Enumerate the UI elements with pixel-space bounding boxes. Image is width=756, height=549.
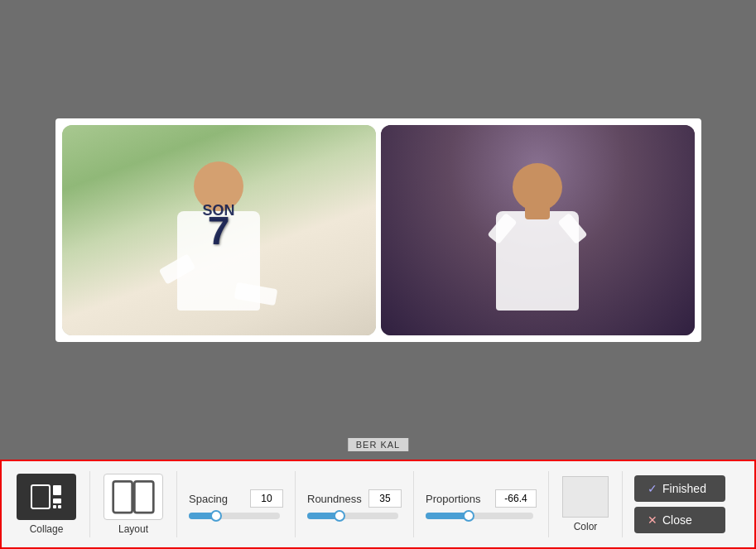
spacing-section: Spacing 10	[182, 489, 290, 519]
close-x-icon: ✕	[648, 513, 657, 527]
svg-rect-0	[31, 485, 50, 508]
finished-label: Finished	[662, 482, 706, 495]
photo-slot-right[interactable]	[381, 125, 695, 335]
spacing-track[interactable]	[189, 513, 280, 519]
color-swatch[interactable]	[562, 476, 609, 518]
divider-1	[89, 471, 90, 537]
collage-label: Collage	[30, 523, 64, 535]
player-number-text: 7	[208, 211, 230, 251]
close-button[interactable]: ✕ Close	[634, 507, 725, 533]
close-label: Close	[662, 513, 692, 527]
proportions-section: Proportions -66.4	[419, 489, 543, 519]
layout-icon	[111, 477, 156, 518]
proportions-thumb[interactable]	[463, 510, 474, 522]
spacing-label: Spacing	[189, 493, 228, 505]
roundness-section: Roundness 35	[301, 489, 408, 519]
photo-slot-left[interactable]: SON 7	[62, 125, 376, 335]
svg-rect-4	[58, 505, 61, 508]
canvas-area: SON 7 BER	[0, 0, 756, 460]
divider-4	[413, 471, 414, 537]
roundness-label: Roundness	[307, 493, 362, 505]
divider-2	[176, 471, 177, 537]
watermark: BER KAL	[348, 438, 408, 451]
proportions-track[interactable]	[426, 513, 533, 519]
svg-rect-6	[134, 481, 153, 513]
finished-button[interactable]: ✓ Finished	[634, 475, 725, 502]
divider-3	[295, 471, 296, 537]
proportions-label: Proportions	[426, 493, 480, 505]
color-label: Color	[574, 521, 598, 532]
collage-tool-section: Collage	[8, 461, 84, 547]
action-section: ✓ Finished ✕ Close	[628, 475, 732, 533]
divider-5	[548, 471, 549, 537]
svg-rect-2	[53, 498, 61, 503]
color-section: Color	[554, 476, 617, 532]
roundness-thumb[interactable]	[334, 510, 345, 522]
check-icon: ✓	[648, 482, 657, 495]
collage-frame: SON 7	[55, 118, 701, 342]
divider-6	[622, 471, 623, 537]
collage-icon	[30, 482, 63, 512]
layout-tool-section: Layout	[95, 461, 171, 547]
layout-button[interactable]	[104, 474, 163, 520]
proportions-value: -66.4	[495, 489, 537, 508]
spacing-thumb[interactable]	[210, 510, 222, 522]
toolbar: Collage Layout Spacing 10 Roundness 35	[0, 460, 756, 549]
svg-rect-1	[53, 485, 61, 495]
roundness-track[interactable]	[307, 513, 398, 519]
spacing-value: 10	[250, 489, 283, 508]
layout-label: Layout	[118, 523, 148, 535]
svg-rect-3	[53, 505, 56, 508]
collage-button[interactable]	[17, 474, 76, 520]
svg-rect-5	[113, 481, 132, 513]
roundness-value: 35	[368, 489, 402, 508]
